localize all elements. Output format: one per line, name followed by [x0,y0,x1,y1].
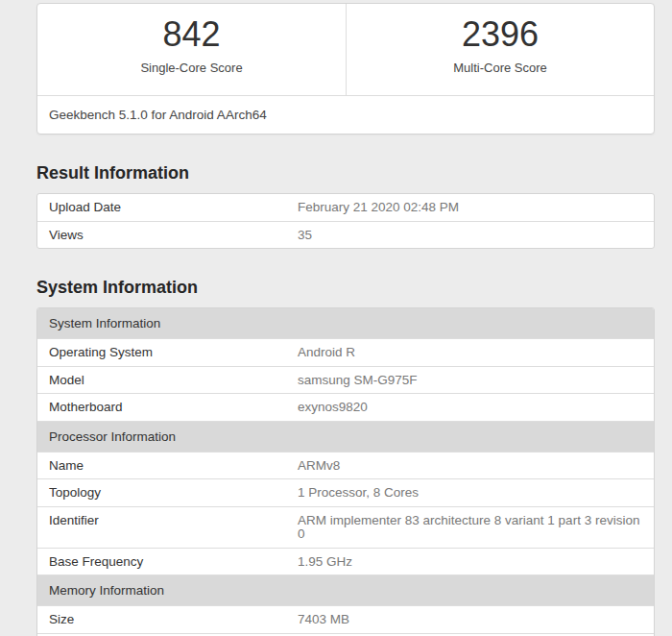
geekbench-result-page: 842 Single-Core Score 2396 Multi-Core Sc… [36,3,655,636]
table-section-header: System Information [37,308,654,338]
table-row: Upload DateFebruary 21 2020 02:48 PM [37,194,654,221]
row-label: Topology [49,486,298,501]
row-label: Views [49,229,298,243]
row-label: Size [49,613,298,627]
row-value: 1.95 GHz [298,555,642,570]
table-row: Base Frequency1.95 GHz [37,548,654,575]
result-information-heading: Result Information [36,163,655,183]
score-summary: 842 Single-Core Score 2396 Multi-Core Sc… [37,4,654,95]
score-card: 842 Single-Core Score 2396 Multi-Core Sc… [36,3,655,135]
single-core-score: 842 Single-Core Score [37,4,346,95]
row-value: 7403 MB [298,613,642,627]
row-value: ARMv8 [298,459,642,474]
table-row: Size7403 MB [37,605,654,633]
row-label: Motherboard [49,401,298,415]
table-row: Modelsamsung SM-G975F [37,366,654,394]
row-label: Identifier [49,514,298,542]
row-value: ARM implementer 83 architecture 8 varian… [298,514,642,542]
table-row: Topology1 Processor, 8 Cores [37,478,654,506]
multi-core-score: 2396 Multi-Core Score [346,4,654,95]
table-section-header: Processor Information [37,421,654,452]
table-section-header: Memory Information [37,575,654,605]
table-row: NameARMv8 [37,452,654,479]
multi-core-score-label: Multi-Core Score [347,61,654,75]
row-label: Model [49,374,298,388]
row-value: February 21 2020 02:48 PM [298,201,642,215]
system-information-heading: System Information [36,278,655,298]
table-row: Views35 [37,221,654,249]
geekbench-version-bar: Geekbench 5.1.0 for Android AArch64 [37,95,654,134]
row-value: 35 [298,229,642,243]
row-value: samsung SM-G975F [298,374,642,388]
single-core-score-label: Single-Core Score [37,61,346,75]
row-label: Name [49,459,298,474]
row-value: 1 Processor, 8 Cores [298,486,642,501]
row-label: Base Frequency [49,555,298,570]
row-label: Operating System [49,346,298,360]
table-row: IdentifierARM implementer 83 architectur… [37,506,654,548]
result-information-table: Upload DateFebruary 21 2020 02:48 PMView… [36,193,655,249]
system-information-table: System InformationOperating SystemAndroi… [36,307,655,636]
multi-core-score-value: 2396 [347,14,654,55]
row-value: Android R [298,346,642,360]
single-core-score-value: 842 [37,14,346,55]
table-row: Type [37,633,654,636]
table-row: Operating SystemAndroid R [37,338,654,366]
row-value: exynos9820 [298,401,642,415]
row-label: Upload Date [49,201,298,215]
table-row: Motherboardexynos9820 [37,393,654,421]
